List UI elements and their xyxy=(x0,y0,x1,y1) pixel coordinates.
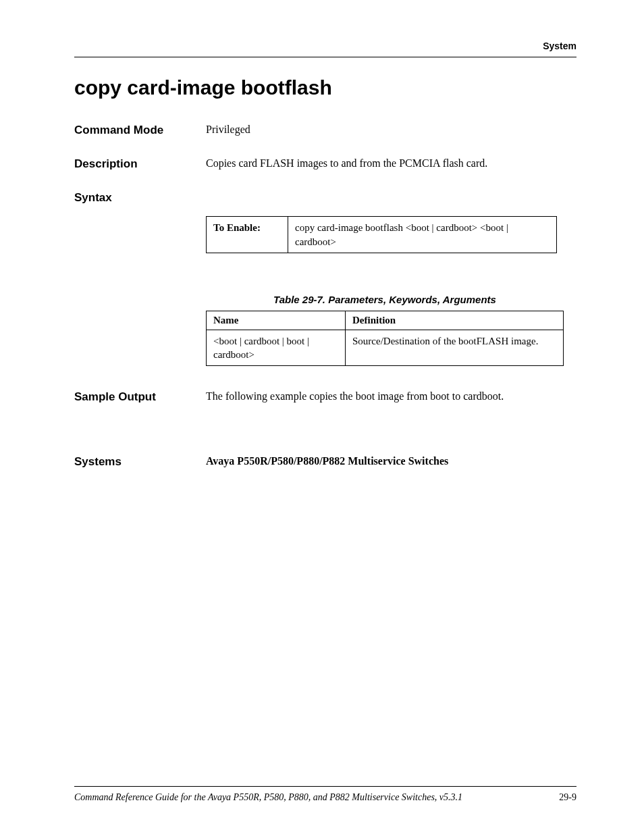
syntax-label: Syntax xyxy=(74,190,206,206)
systems-label: Systems xyxy=(74,454,206,470)
param-name-cell: <boot | cardboot | boot | cardboot> xyxy=(207,330,346,366)
description-value: Copies card FLASH images to and from the… xyxy=(206,156,576,171)
page-title: copy card-image bootflash xyxy=(74,76,576,99)
header-rule xyxy=(74,57,576,57)
sample-output-label: Sample Output xyxy=(74,389,206,405)
footer-page-number: 29-9 xyxy=(559,792,576,803)
footer-rule xyxy=(74,786,576,787)
param-definition-cell: Source/Destination of the bootFLASH imag… xyxy=(346,330,564,366)
description-label: Description xyxy=(74,156,206,172)
table-row: <boot | cardboot | boot | cardboot> Sour… xyxy=(207,330,564,366)
header-section: System xyxy=(74,41,576,51)
param-table-caption: Table 29-7. Parameters, Keywords, Argume… xyxy=(206,294,564,305)
param-header-definition: Definition xyxy=(346,311,564,330)
param-table: Name Definition <boot | cardboot | boot … xyxy=(206,311,564,367)
page-footer: Command Reference Guide for the Avaya P5… xyxy=(74,786,576,803)
sample-output-value: The following example copies the boot im… xyxy=(206,389,576,404)
systems-value: Avaya P550R/P580/P880/P882 Multiservice … xyxy=(206,454,576,469)
footer-doc-title: Command Reference Guide for the Avaya P5… xyxy=(74,792,462,803)
command-mode-value: Privileged xyxy=(206,122,576,137)
syntax-table: To Enable: copy card-image bootflash <bo… xyxy=(206,216,557,253)
syntax-to-enable-value: copy card-image bootflash <boot | cardbo… xyxy=(288,217,557,253)
syntax-to-enable-label: To Enable: xyxy=(207,217,288,253)
command-mode-label: Command Mode xyxy=(74,122,206,138)
param-header-name: Name xyxy=(207,311,346,330)
